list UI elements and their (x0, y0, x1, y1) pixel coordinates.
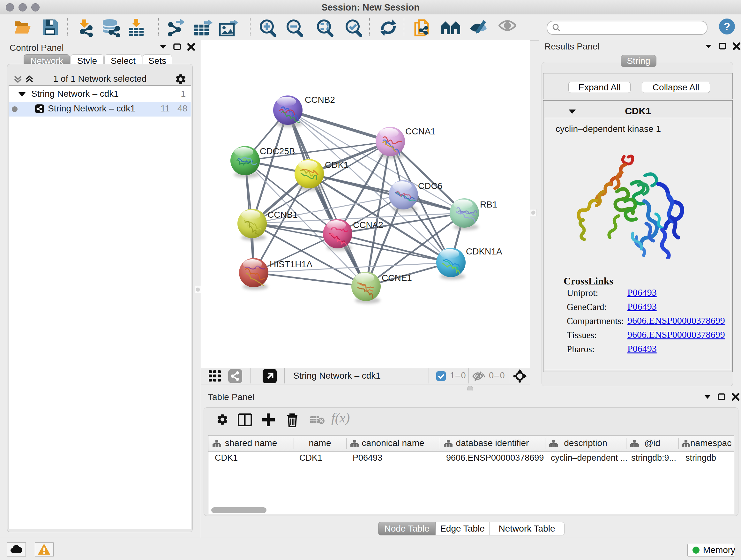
svg-text:CDC25B: CDC25B (260, 146, 295, 156)
svg-text:CCNE1: CCNE1 (382, 273, 412, 283)
svg-text:CCNA2: CCNA2 (353, 220, 383, 230)
svg-text:?: ? (724, 20, 731, 33)
svg-text:CDK1: CDK1 (325, 160, 349, 170)
svg-text:CCNB1: CCNB1 (267, 210, 298, 220)
svg-text:RB1: RB1 (480, 199, 497, 209)
svg-text:CDC6: CDC6 (418, 181, 442, 191)
svg-text:CDKN1A: CDKN1A (466, 246, 502, 256)
svg-text:CCNA1: CCNA1 (405, 126, 435, 136)
svg-text:HIST1H1A: HIST1H1A (270, 259, 313, 269)
svg-text:CCNB2: CCNB2 (305, 95, 335, 105)
